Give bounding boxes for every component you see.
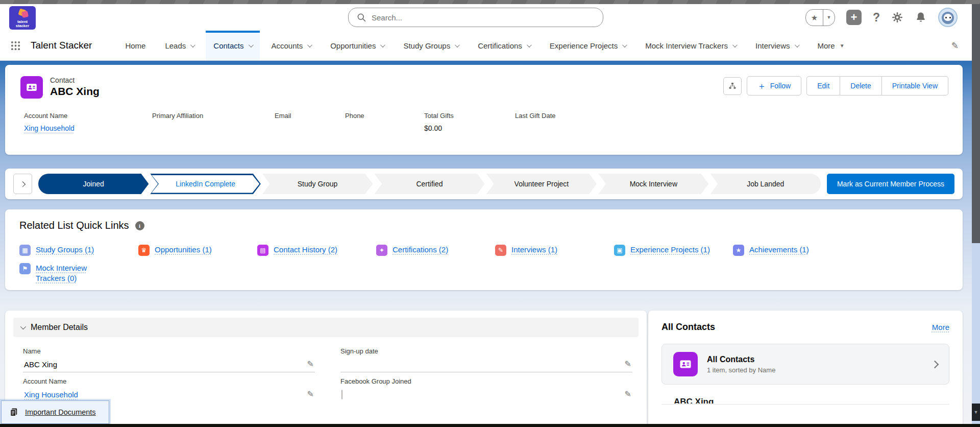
member-details-section-header[interactable]: Member Details (13, 318, 639, 337)
path-stage-job-landed[interactable]: Job Landed (710, 174, 821, 194)
utility-item-label[interactable]: Important Documents (25, 408, 96, 416)
quick-link-study-groups: ▦Study Groups (1) (19, 245, 138, 256)
caret-down-icon: ▼ (840, 43, 845, 49)
chevron-down-icon[interactable] (190, 42, 195, 48)
global-search-input[interactable]: Search... (348, 8, 603, 27)
info-icon[interactable]: i (135, 221, 144, 230)
contacts-list-icon (673, 352, 698, 376)
path-stage-mock-interview[interactable]: Mock Interview (598, 174, 708, 194)
edit-pencil-icon[interactable]: ✎ (307, 359, 314, 369)
path-stage-joined[interactable]: Joined (38, 174, 149, 194)
quick-links-row-1: ▦Study Groups (1) ♛Opportunities (1) ▤Co… (19, 245, 948, 256)
chevron-down-icon[interactable] (455, 42, 460, 48)
chevron-down-icon[interactable] (248, 42, 253, 48)
path-expand-button[interactable] (13, 174, 32, 194)
field-label: Primary Affiliation (152, 112, 275, 120)
tab-more[interactable]: More▼ (810, 31, 852, 60)
path-stages: Joined LinkedIn Complete Study Group Cer… (38, 174, 821, 194)
account-name-link[interactable]: Xing Household (24, 390, 78, 399)
quick-link-mock-interview-trackers: ⚑Mock Interview Trackers (0) (19, 263, 138, 283)
chevron-down-icon[interactable] (527, 42, 532, 48)
mark-current-stage-button[interactable]: Mark as Current Member Process (827, 174, 954, 194)
chevron-down-icon[interactable] (732, 42, 738, 48)
tab-study-groups[interactable]: Study Groups (396, 31, 466, 60)
bottom-bar (0, 424, 980, 427)
all-contacts-panel: All Contacts More All Contacts 1 item, s… (648, 311, 963, 427)
edit-pencil-icon[interactable]: ✎ (625, 359, 631, 369)
salesforce-app: talentstacker Search... ★ ▼ + ? (0, 0, 980, 427)
printable-view-button[interactable]: Printable View (882, 76, 948, 96)
tab-contacts[interactable]: Contacts (206, 31, 259, 60)
interviews-icon: ✎ (495, 245, 506, 256)
field-signup-date: Sign-up date ✎ (340, 347, 632, 372)
path-stage-study-group[interactable]: Study Group (262, 174, 373, 194)
org-chart-button[interactable] (723, 77, 742, 95)
edit-pencil-icon[interactable]: ✎ (625, 389, 631, 399)
sales-path: Joined LinkedIn Complete Study Group Cer… (5, 169, 963, 199)
setup-gear-icon[interactable] (891, 11, 903, 23)
certifications-icon: ✦ (376, 245, 387, 256)
help-icon[interactable]: ? (873, 11, 880, 25)
scroll-down-button[interactable]: ▼ (972, 404, 980, 421)
contact-record-icon (20, 76, 43, 99)
field-value (152, 124, 275, 133)
path-stage-certified[interactable]: Certified (374, 174, 484, 194)
user-avatar[interactable] (938, 8, 958, 27)
org-logo: talentstacker (9, 6, 36, 30)
tab-experience-projects[interactable]: Experience Projects (542, 31, 633, 60)
field-name: Name ABC Xing✎ (23, 347, 315, 372)
favorites-caret-icon[interactable]: ▼ (823, 15, 835, 20)
global-actions-icon[interactable]: + (846, 10, 862, 25)
tab-mock-interview-trackers[interactable]: Mock Interview Trackers (638, 31, 744, 60)
notifications-bell-icon[interactable] (915, 11, 927, 23)
delete-button[interactable]: Delete (840, 76, 881, 96)
section-title: Member Details (31, 323, 88, 332)
field-label: Email (275, 112, 345, 120)
vertical-scrollbar[interactable]: ▼ (972, 4, 980, 424)
nav-tabs: Home Leads Contacts Accounts Opportuniti… (115, 31, 854, 60)
quick-link-certifications: ✦Certifications (2) (376, 245, 495, 256)
contact-row-partial[interactable]: ABC Xing (674, 396, 949, 404)
related-list-quick-links: Related List Quick Links i ▦Study Groups… (5, 209, 963, 290)
record-highlights-panel: Contact ABC Xing ＋Follow Edit Delete Pri… (5, 65, 963, 155)
tab-accounts[interactable]: Accounts (264, 31, 319, 60)
tab-certifications[interactable]: Certifications (470, 31, 538, 60)
chevron-down-icon[interactable] (794, 42, 799, 48)
facebook-group-checkbox[interactable] (341, 390, 342, 399)
more-link[interactable]: More (932, 323, 949, 331)
list-view-title: All Contacts (707, 355, 775, 364)
edit-navigation-pencil-icon[interactable]: ✎ (951, 31, 959, 60)
edit-pencil-icon[interactable]: ✎ (307, 389, 314, 399)
all-contacts-list-card[interactable]: All Contacts 1 item, sorted by Name (662, 344, 949, 385)
favorites-star-icon[interactable]: ★ (806, 10, 823, 26)
path-stage-linkedin-complete[interactable]: LinkedIn Complete (150, 174, 260, 194)
tab-interviews[interactable]: Interviews (748, 31, 806, 60)
logo-shape (21, 11, 29, 18)
plus-icon: ＋ (757, 80, 766, 92)
record-entity-label: Contact (50, 76, 100, 84)
quick-links-title: Related List Quick Links (19, 220, 129, 231)
quick-link-opportunities: ♛Opportunities (1) (138, 245, 257, 256)
tab-home[interactable]: Home (117, 31, 153, 60)
path-stage-volunteer-project[interactable]: Volunteer Project (486, 174, 597, 194)
follow-button[interactable]: ＋Follow (747, 76, 801, 96)
tab-opportunities[interactable]: Opportunities (323, 31, 391, 60)
divider (662, 404, 949, 405)
utility-important-documents[interactable]: Important Documents (1, 400, 109, 424)
field-value (345, 124, 424, 133)
app-launcher-waffle-icon[interactable] (0, 31, 31, 60)
chevron-down-icon[interactable] (380, 42, 385, 48)
chevron-down-icon[interactable] (622, 42, 627, 48)
tab-leads[interactable]: Leads (157, 31, 202, 60)
chevron-right-icon (931, 360, 939, 368)
favorites-button[interactable]: ★ ▼ (805, 9, 835, 26)
edit-button[interactable]: Edit (806, 76, 840, 96)
quick-link-contact-history: ▤Contact History (2) (257, 245, 376, 256)
quick-link-achievements: ★Achievements (1) (733, 245, 852, 256)
account-name-link[interactable]: Xing Household (24, 124, 75, 132)
chevron-down-icon[interactable] (307, 42, 312, 48)
app-name: Talent Stacker (31, 31, 92, 60)
record-title: ABC Xing (50, 85, 100, 98)
achievements-icon: ★ (733, 245, 744, 256)
scrollbar-thumb[interactable] (972, 4, 980, 243)
